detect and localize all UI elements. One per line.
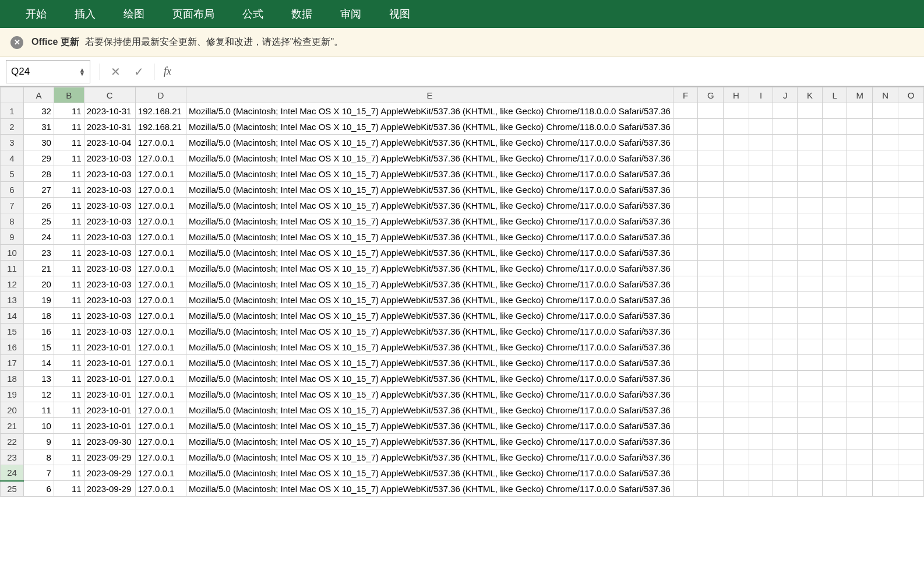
cell[interactable]: 2023-10-03	[84, 261, 135, 276]
cell[interactable]: 11	[54, 245, 84, 261]
row-header[interactable]: 2	[1, 119, 24, 135]
row-header[interactable]: 9	[1, 229, 24, 245]
row-header[interactable]: 3	[1, 135, 24, 150]
cell[interactable]	[698, 182, 724, 198]
row-header[interactable]: 23	[1, 449, 24, 465]
cell[interactable]	[673, 182, 697, 198]
cell[interactable]: 29	[24, 150, 54, 166]
cell[interactable]	[847, 418, 873, 434]
cell[interactable]	[724, 371, 749, 387]
cell[interactable]	[823, 150, 847, 166]
column-header-I[interactable]: I	[749, 87, 773, 103]
cell[interactable]: 127.0.0.1	[135, 182, 186, 198]
cell[interactable]: Mozilla/5.0 (Macintosh; Intel Mac OS X 1…	[186, 449, 673, 465]
cell[interactable]	[847, 402, 873, 418]
cell[interactable]	[698, 261, 724, 276]
cell[interactable]	[724, 198, 749, 213]
cell[interactable]	[749, 119, 773, 135]
cell[interactable]	[698, 434, 724, 449]
cell[interactable]	[749, 339, 773, 355]
cell[interactable]	[749, 387, 773, 402]
cell[interactable]	[698, 387, 724, 402]
cell[interactable]	[798, 276, 823, 292]
cell[interactable]	[773, 245, 798, 261]
cell[interactable]	[898, 339, 923, 355]
cell[interactable]	[749, 292, 773, 308]
cell[interactable]	[873, 119, 898, 135]
cell[interactable]	[847, 292, 873, 308]
cell[interactable]	[847, 324, 873, 339]
row-header[interactable]: 22	[1, 434, 24, 449]
cell[interactable]: Mozilla/5.0 (Macintosh; Intel Mac OS X 1…	[186, 182, 673, 198]
row-header[interactable]: 16	[1, 339, 24, 355]
cell[interactable]: 2023-10-03	[84, 324, 135, 339]
cell[interactable]	[773, 103, 798, 119]
cell[interactable]: 2023-10-01	[84, 355, 135, 371]
cell[interactable]	[798, 481, 823, 497]
cell[interactable]	[873, 213, 898, 229]
row-header[interactable]: 4	[1, 150, 24, 166]
cell[interactable]	[698, 465, 724, 481]
cell[interactable]: 11	[54, 276, 84, 292]
cell[interactable]	[673, 229, 697, 245]
cell[interactable]: 11	[54, 135, 84, 150]
cell[interactable]	[749, 402, 773, 418]
cell[interactable]: Mozilla/5.0 (Macintosh; Intel Mac OS X 1…	[186, 434, 673, 449]
ribbon-tab-review[interactable]: 审阅	[326, 0, 375, 28]
cell[interactable]	[873, 371, 898, 387]
cell[interactable]	[773, 449, 798, 465]
cell[interactable]: 127.0.0.1	[135, 166, 186, 182]
close-icon[interactable]: ✕	[10, 36, 23, 49]
cell[interactable]	[698, 418, 724, 434]
column-header-G[interactable]: G	[698, 87, 724, 103]
cell[interactable]: 6	[24, 481, 54, 497]
cell[interactable]	[873, 245, 898, 261]
cell[interactable]	[823, 261, 847, 276]
column-header-M[interactable]: M	[847, 87, 873, 103]
cell[interactable]: 2023-09-29	[84, 449, 135, 465]
cell[interactable]	[898, 371, 923, 387]
cell[interactable]	[823, 308, 847, 324]
select-all-corner[interactable]	[1, 87, 24, 103]
cell[interactable]: Mozilla/5.0 (Macintosh; Intel Mac OS X 1…	[186, 103, 673, 119]
cell[interactable]	[798, 150, 823, 166]
cell[interactable]	[873, 387, 898, 402]
row-header[interactable]: 21	[1, 418, 24, 434]
column-header-K[interactable]: K	[798, 87, 823, 103]
cell[interactable]	[898, 261, 923, 276]
cell[interactable]: 11	[54, 339, 84, 355]
cell[interactable]	[898, 182, 923, 198]
cell[interactable]: 192.168.21	[135, 119, 186, 135]
cell[interactable]	[773, 150, 798, 166]
cell[interactable]: 11	[54, 418, 84, 434]
cell[interactable]	[798, 387, 823, 402]
cell[interactable]: Mozilla/5.0 (Macintosh; Intel Mac OS X 1…	[186, 166, 673, 182]
cell[interactable]	[724, 276, 749, 292]
cell[interactable]	[873, 308, 898, 324]
cell[interactable]: 31	[24, 119, 54, 135]
cell[interactable]	[898, 119, 923, 135]
cell[interactable]: 2023-10-03	[84, 166, 135, 182]
cell[interactable]: 127.0.0.1	[135, 355, 186, 371]
cell[interactable]	[773, 418, 798, 434]
cell[interactable]	[773, 465, 798, 481]
column-header-H[interactable]: H	[724, 87, 749, 103]
row-header[interactable]: 11	[1, 261, 24, 276]
cell[interactable]	[749, 465, 773, 481]
cell[interactable]	[698, 103, 724, 119]
cell[interactable]: 11	[54, 355, 84, 371]
cell[interactable]	[898, 213, 923, 229]
cell[interactable]	[773, 198, 798, 213]
cell[interactable]	[847, 119, 873, 135]
row-header[interactable]: 14	[1, 308, 24, 324]
row-header[interactable]: 17	[1, 355, 24, 371]
cell[interactable]	[749, 308, 773, 324]
cell[interactable]	[847, 245, 873, 261]
cell[interactable]	[798, 292, 823, 308]
cell[interactable]: Mozilla/5.0 (Macintosh; Intel Mac OS X 1…	[186, 371, 673, 387]
cell[interactable]	[798, 308, 823, 324]
cell[interactable]	[847, 198, 873, 213]
cell[interactable]	[773, 339, 798, 355]
cell[interactable]	[898, 481, 923, 497]
cell[interactable]	[898, 103, 923, 119]
